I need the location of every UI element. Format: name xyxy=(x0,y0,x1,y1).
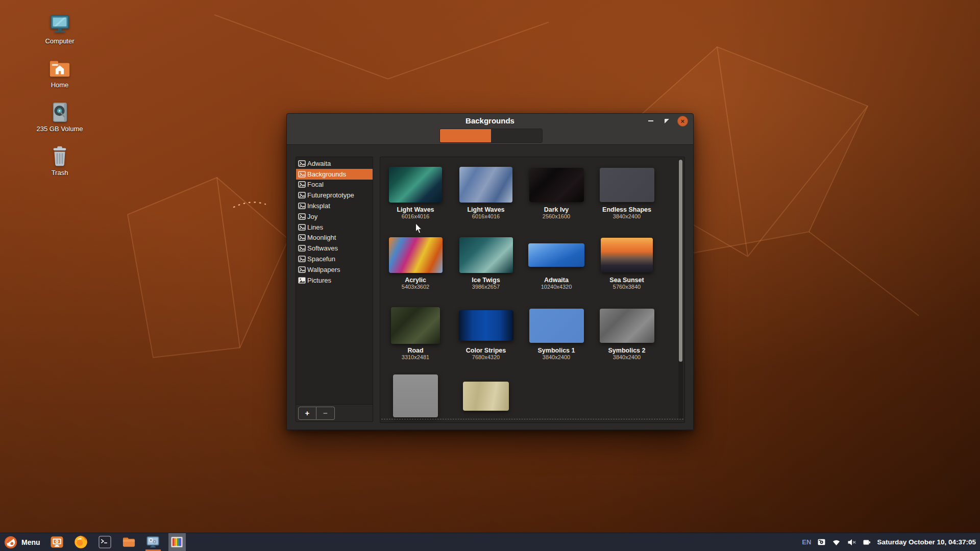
wallpaper-item-adwaita[interactable]: Adwaita 10240x4320 xyxy=(521,237,592,307)
wallpaper-item-color-stripes[interactable]: Color Stripes 7680x4320 xyxy=(451,307,521,378)
system-tray: EN Saturday October 10, 04:37:05 xyxy=(802,533,980,551)
wallpaper-thumbnail[interactable] xyxy=(459,167,512,203)
wallpaper-name: Endless Shapes xyxy=(602,206,651,213)
desktop-icon-235-gb-volume[interactable]: 235 GB Volume xyxy=(37,101,83,133)
wallpaper-thumbnail[interactable] xyxy=(529,309,584,343)
wallpaper-resolution: 6016x4016 xyxy=(472,213,500,220)
wallpaper-grid: Light Waves 6016x4016 Light Waves 6016x4… xyxy=(380,157,662,423)
wallpaper-thumbnail[interactable] xyxy=(528,243,584,267)
wallpaper-thumbnail[interactable] xyxy=(463,382,509,411)
wallpaper-resolution: 7680x4320 xyxy=(472,354,500,361)
sidebar-folder-spacefun[interactable]: Spacefun xyxy=(296,254,373,264)
wallpaper-thumbnail[interactable] xyxy=(393,374,438,417)
sidebar-folder-label: Futureprototype xyxy=(307,191,354,199)
wallpaper-resolution: 10240x4320 xyxy=(541,284,572,290)
wallpaper-thumbnail[interactable] xyxy=(529,168,584,202)
wallpaper-thumbnail[interactable] xyxy=(389,237,443,273)
wallpaper-item-road[interactable]: Road 3310x2481 xyxy=(380,307,451,378)
wallpaper-resolution: 3840x2400 xyxy=(613,354,641,361)
launcher-firefox[interactable] xyxy=(72,533,90,551)
wallpaper-item-symbolics-1[interactable]: Symbolics 1 3840x2400 xyxy=(521,307,592,378)
screenshot-tray-icon[interactable] xyxy=(817,538,826,546)
wallpaper-thumbnail[interactable] xyxy=(600,309,654,343)
wallpaper-name: Symbolics 2 xyxy=(608,347,646,354)
wallpaper-name: Acrylic xyxy=(405,277,426,284)
desktop-icon-home[interactable]: Home xyxy=(37,57,83,89)
wallpaper-item-partial[interactable] xyxy=(451,378,521,423)
distro-logo-icon xyxy=(4,536,17,549)
wallpaper-item-ice-twigs[interactable]: Ice Twigs 3986x2657 xyxy=(451,237,521,307)
wallpaper-thumbnail[interactable] xyxy=(459,310,513,341)
window-titlebar[interactable]: Backgrounds × xyxy=(287,114,693,145)
window-controls: × xyxy=(645,115,688,127)
wallpaper-item-light-waves[interactable]: Light Waves 6016x4016 xyxy=(451,166,521,237)
wallpaper-item-sea-sunset[interactable]: Sea Sunset 5760x3840 xyxy=(592,237,662,307)
desktop-icon-trash[interactable]: Trash xyxy=(37,145,83,177)
sidebar-folder-label: Adwaita xyxy=(307,160,331,167)
sidebar-folder-adwaita[interactable]: Adwaita xyxy=(296,158,373,169)
wallpaper-thumb-area xyxy=(459,237,513,273)
sidebar-folder-futureprototype[interactable]: Futureprototype xyxy=(296,190,373,201)
wallpaper-resolution: 3840x2400 xyxy=(543,354,570,361)
launcher-software-store[interactable] xyxy=(48,533,66,551)
sidebar-folder-joy[interactable]: Joy xyxy=(296,211,373,222)
sidebar-folder-wallpapers[interactable]: Wallpapers xyxy=(296,264,373,275)
wallpaper-name: Sea Sunset xyxy=(609,277,644,284)
image-icon xyxy=(298,223,306,231)
sidebar-folder-inksplat[interactable]: Inksplat xyxy=(296,201,373,211)
battery-icon[interactable] xyxy=(863,538,871,546)
close-icon: × xyxy=(677,116,688,127)
wallpaper-thumbnail[interactable] xyxy=(600,168,654,202)
add-folder-button[interactable]: + xyxy=(298,407,316,420)
menu-button[interactable]: Menu xyxy=(0,533,46,551)
scrollbar-thumb[interactable] xyxy=(679,160,682,362)
tab-images[interactable] xyxy=(440,129,491,142)
close-button[interactable]: × xyxy=(677,115,688,127)
sidebar-folder-lines[interactable]: Lines xyxy=(296,222,373,233)
launcher-media-settings[interactable] xyxy=(144,533,162,551)
clock[interactable]: Saturday October 10, 04:37:05 xyxy=(877,538,976,546)
volume-muted-icon[interactable] xyxy=(847,538,856,546)
keyboard-layout-indicator[interactable]: EN xyxy=(802,538,811,546)
wallpaper-item-partial[interactable] xyxy=(380,378,451,423)
launcher-file-manager[interactable] xyxy=(120,533,138,551)
launcher-backgrounds-app[interactable] xyxy=(168,533,186,551)
tab-settings[interactable] xyxy=(491,129,542,142)
taskbar-launchers xyxy=(48,533,186,551)
restore-button[interactable] xyxy=(661,115,672,127)
image-icon xyxy=(298,170,306,178)
sidebar-folder-backgrounds[interactable]: Backgrounds xyxy=(296,169,373,180)
wallpaper-item-symbolics-2[interactable]: Symbolics 2 3840x2400 xyxy=(592,307,662,378)
sidebar-folder-focal[interactable]: Focal xyxy=(296,180,373,190)
scrollbar-track[interactable] xyxy=(678,159,683,419)
wallpaper-name: Symbolics 1 xyxy=(538,347,575,354)
desktop-icon-computer[interactable]: Computer xyxy=(37,13,83,45)
wallpaper-item-endless-shapes[interactable]: Endless Shapes 3840x2400 xyxy=(592,166,662,237)
wallpaper-name: Adwaita xyxy=(544,277,569,284)
wallpaper-item-dark-ivy[interactable]: Dark Ivy 2560x1600 xyxy=(521,166,592,237)
sidebar-folder-label: Inksplat xyxy=(307,202,330,210)
wallpaper-thumbnail[interactable] xyxy=(389,167,442,203)
launcher-terminal[interactable] xyxy=(96,533,114,551)
wallpaper-item-acrylic[interactable]: Acrylic 5403x3602 xyxy=(380,237,451,307)
wallpaper-name: Light Waves xyxy=(467,206,504,213)
sidebar-folder-label: Moonlight xyxy=(307,234,336,241)
sidebar-folder-pictures[interactable]: Pictures xyxy=(296,275,373,286)
minimize-button[interactable] xyxy=(645,115,656,127)
remove-folder-button[interactable]: − xyxy=(316,407,335,420)
folder-toolbar: + − xyxy=(296,404,373,421)
wallpaper-thumbnail[interactable] xyxy=(391,307,440,344)
image-icon xyxy=(298,245,306,252)
wallpaper-thumbnail[interactable] xyxy=(459,237,513,273)
image-icon xyxy=(298,192,306,199)
pictures-icon xyxy=(298,277,306,284)
wallpaper-resolution: 3310x2481 xyxy=(402,354,429,361)
network-wifi-icon[interactable] xyxy=(832,538,841,546)
home-folder-icon xyxy=(48,57,71,80)
sidebar-folder-moonlight[interactable]: Moonlight xyxy=(296,233,373,243)
wallpaper-thumbnail[interactable] xyxy=(601,238,653,272)
minimize-icon xyxy=(648,120,653,121)
wallpaper-thumb-area xyxy=(463,378,509,414)
sidebar-folder-softwaves[interactable]: Softwaves xyxy=(296,243,373,254)
desktop-icon-label: Computer xyxy=(45,37,74,45)
